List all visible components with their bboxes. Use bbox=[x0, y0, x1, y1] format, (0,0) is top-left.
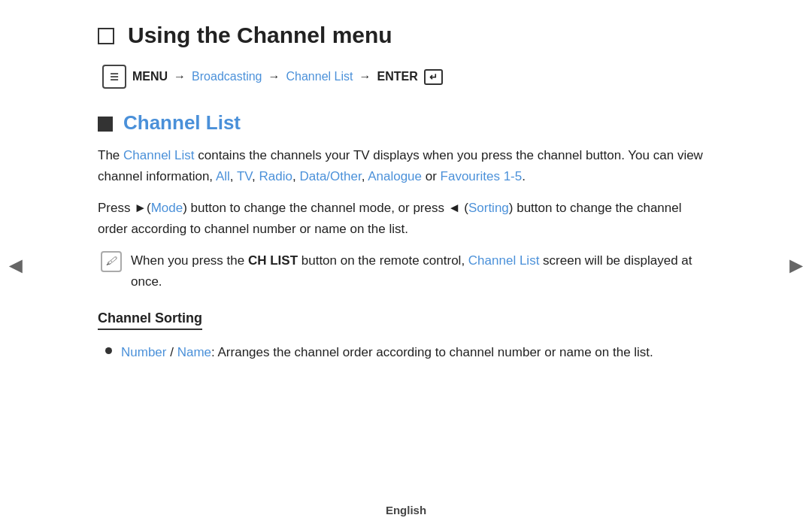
note-text: When you press the CH LIST button on the… bbox=[131, 250, 714, 292]
list-item-text: Number / Name: Arranges the channel orde… bbox=[121, 342, 653, 363]
body-mode-link: Mode bbox=[151, 201, 183, 215]
nav-arrow-left[interactable]: ◄ bbox=[5, 253, 27, 278]
body-radio-link: Radio bbox=[259, 169, 292, 183]
note-icon: 🖊 bbox=[101, 251, 122, 272]
list-number-link: Number bbox=[121, 345, 166, 359]
breadcrumb-channel-list: Channel List bbox=[286, 70, 353, 83]
title-section: Using the Channel menu bbox=[98, 23, 714, 48]
section-heading: Channel List bbox=[98, 111, 714, 135]
body-favourites-link: Favourites 1-5 bbox=[441, 169, 523, 183]
breadcrumb-arrow-3: → bbox=[359, 70, 371, 83]
menu-icon: ☰ bbox=[102, 65, 126, 89]
breadcrumb-enter: ENTER bbox=[377, 70, 417, 83]
body-analogue-link: Analogue bbox=[368, 169, 422, 183]
list-item-description: : Arranges the channel order according t… bbox=[211, 345, 653, 359]
list-item-number-name: Number / Name: Arranges the channel orde… bbox=[105, 342, 714, 363]
breadcrumb: ☰ MENU → Broadcasting → Channel List → E… bbox=[102, 65, 714, 89]
breadcrumb-arrow-1: → bbox=[174, 70, 186, 83]
title-checkbox bbox=[98, 28, 114, 44]
channel-sorting-label: Channel Sorting bbox=[98, 310, 202, 330]
bullet-dot bbox=[105, 347, 112, 354]
nav-arrow-right[interactable]: ► bbox=[785, 253, 807, 278]
section-title: Channel List bbox=[123, 111, 241, 135]
list-name-link: Name bbox=[177, 345, 211, 359]
body-channel-list-link: Channel List bbox=[123, 148, 195, 162]
body-all-link: All bbox=[216, 169, 230, 183]
footer: English bbox=[386, 504, 426, 516]
body-paragraph-2: Press ►(Mode) button to change the chann… bbox=[98, 198, 714, 240]
bullet-list: Number / Name: Arranges the channel orde… bbox=[98, 342, 714, 363]
footer-language: English bbox=[386, 504, 426, 516]
breadcrumb-menu: MENU bbox=[132, 70, 168, 83]
note-box: 🖊 When you press the CH LIST button on t… bbox=[101, 250, 714, 292]
section-bullet-square bbox=[98, 117, 113, 132]
breadcrumb-arrow-2: → bbox=[268, 70, 280, 83]
body-data-link: Data/Other bbox=[299, 169, 361, 183]
menu-icon-symbol: ☰ bbox=[110, 71, 119, 83]
note-channel-list-link: Channel List bbox=[468, 253, 540, 268]
body-sorting-link: Sorting bbox=[468, 201, 509, 215]
body-tv-link: TV bbox=[237, 169, 252, 183]
body-paragraph-1: The Channel List contains the channels y… bbox=[98, 145, 714, 187]
enter-icon: ↵ bbox=[424, 69, 443, 85]
channel-sorting-heading: Channel Sorting bbox=[98, 310, 714, 342]
breadcrumb-broadcasting: Broadcasting bbox=[192, 70, 262, 83]
list-slash: / bbox=[170, 345, 177, 359]
page-title: Using the Channel menu bbox=[128, 23, 392, 48]
